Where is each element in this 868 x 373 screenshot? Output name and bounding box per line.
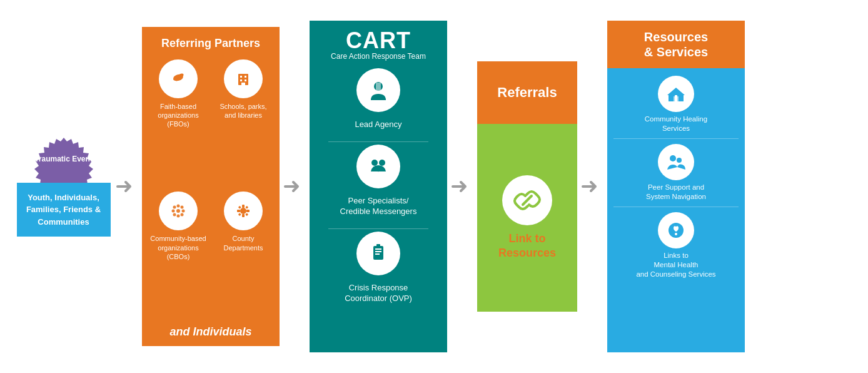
traumatic-audience-label: Youth, Individuals, Families, Friends & … — [26, 193, 101, 227]
mental-health-icon — [658, 212, 694, 248]
referring-partners-section: Referring Partners Fa — [142, 27, 280, 346]
svg-point-18 — [173, 206, 176, 209]
arrow-3 — [447, 168, 477, 205]
lead-agency-label: Lead Agency — [355, 120, 401, 130]
faith-label: Faith-basedorganizations(FBOs) — [158, 102, 198, 129]
svg-rect-38 — [375, 248, 381, 250]
cbos-label: Community-basedorganizations(CBOs) — [150, 234, 206, 261]
svg-marker-45 — [667, 88, 685, 95]
arrow-4 — [577, 168, 607, 205]
svg-point-36 — [379, 160, 385, 166]
svg-rect-11 — [245, 79, 246, 81]
svg-point-16 — [172, 210, 175, 213]
community-healing-icon — [658, 76, 694, 112]
svg-rect-39 — [375, 251, 381, 252]
svg-rect-25 — [242, 205, 245, 208]
traumatic-audience-box: Youth, Individuals, Families, Friends & … — [17, 183, 111, 237]
referrals-body: Link to Resources — [477, 124, 577, 312]
crisis-icon — [356, 232, 400, 275]
traumatic-event-section: Traumatic Event Youth, Individuals, Fami… — [15, 136, 112, 237]
svg-point-21 — [173, 213, 176, 217]
lead-agency-icon — [356, 68, 400, 112]
schools-icon — [224, 59, 263, 98]
svg-point-20 — [181, 206, 184, 209]
svg-point-50 — [675, 233, 677, 235]
cart-role-lead-agency: Lead Agency — [355, 68, 401, 130]
faith-icon — [159, 59, 198, 98]
svg-rect-46 — [674, 96, 679, 101]
link-icon — [502, 175, 552, 225]
resources-title: Resources& Services — [613, 29, 739, 59]
referring-item-county: CountyDepartments — [213, 192, 273, 319]
referring-item-faith: Faith-basedorganizations(FBOs) — [148, 59, 208, 187]
svg-rect-40 — [375, 253, 380, 255]
svg-rect-12 — [241, 83, 245, 85]
arrow-2 — [280, 168, 310, 205]
peer-support-label: Peer Support andSystem Navigation — [646, 183, 706, 202]
resource-community-healing: Community HealingServices — [613, 76, 739, 133]
svg-point-22 — [176, 209, 180, 213]
svg-point-15 — [177, 215, 180, 218]
peer-label: Peer Specialists/Credible Messengers — [340, 196, 417, 217]
svg-rect-10 — [240, 79, 242, 81]
starburst-shape: Traumatic Event — [17, 136, 111, 183]
svg-point-35 — [371, 160, 378, 166]
peer-icon — [356, 145, 400, 188]
resource-mental-health: Links toMental Healthand Counseling Serv… — [613, 212, 739, 279]
referrals-title: Referrals — [497, 84, 557, 101]
referring-item-cbos: Community-basedorganizations(CBOs) — [148, 192, 208, 319]
county-label: CountyDepartments — [224, 234, 263, 252]
svg-point-47 — [670, 155, 676, 161]
svg-point-24 — [240, 208, 246, 214]
svg-rect-28 — [246, 210, 250, 212]
svg-point-19 — [181, 213, 184, 217]
svg-point-17 — [182, 210, 185, 213]
resources-body: Community HealingServices Peer Support a… — [607, 68, 745, 352]
svg-line-42 — [523, 196, 532, 205]
svg-point-4 — [181, 74, 183, 76]
county-icon — [224, 192, 263, 230]
mental-health-label: Links toMental Healthand Counseling Serv… — [636, 251, 715, 279]
cart-subtitle: Care Action Response Team — [331, 52, 426, 61]
cart-role-peer: Peer Specialists/Credible Messengers — [340, 145, 417, 217]
cart-role-crisis: Crisis ResponseCoordinator (OVP) — [345, 232, 412, 304]
referrals-section: Referrals Link to Resources — [477, 61, 577, 312]
cart-title: CART — [346, 29, 411, 52]
svg-rect-27 — [237, 210, 240, 212]
resource-peer-support: Peer Support andSystem Navigation — [613, 144, 739, 202]
community-healing-label: Community HealingServices — [645, 115, 707, 133]
svg-rect-37 — [373, 246, 383, 260]
svg-rect-34 — [376, 83, 381, 91]
traumatic-event-label: Traumatic Event — [34, 155, 93, 165]
referring-item-schools: Schools, parks,and libraries — [213, 59, 273, 187]
svg-point-48 — [677, 158, 682, 163]
peer-support-icon — [658, 144, 694, 180]
and-individuals-label: and Individuals — [169, 325, 251, 339]
link-to-resources-label: Link to Resources — [487, 232, 567, 261]
svg-rect-9 — [245, 76, 246, 78]
crisis-label: Crisis ResponseCoordinator (OVP) — [345, 283, 412, 304]
referring-title: Referring Partners — [161, 37, 260, 51]
referring-icons-grid: Faith-basedorganizations(FBOs) Schools, — [148, 59, 273, 319]
svg-rect-26 — [242, 214, 245, 217]
resources-header: Resources& Services — [607, 21, 745, 68]
cart-section: CART Care Action Response Team Lead Agen… — [310, 21, 447, 352]
cbos-icon — [159, 192, 198, 230]
svg-point-14 — [177, 205, 180, 208]
resources-services-section: Resources& Services Community HealingSer… — [607, 21, 745, 352]
svg-rect-41 — [376, 244, 380, 247]
schools-label: Schools, parks,and libraries — [220, 102, 266, 120]
svg-rect-8 — [240, 76, 242, 78]
arrow-1 — [112, 168, 142, 205]
referrals-header: Referrals — [477, 61, 577, 124]
diagram-container: Traumatic Event Youth, Individuals, Fami… — [9, 11, 859, 362]
